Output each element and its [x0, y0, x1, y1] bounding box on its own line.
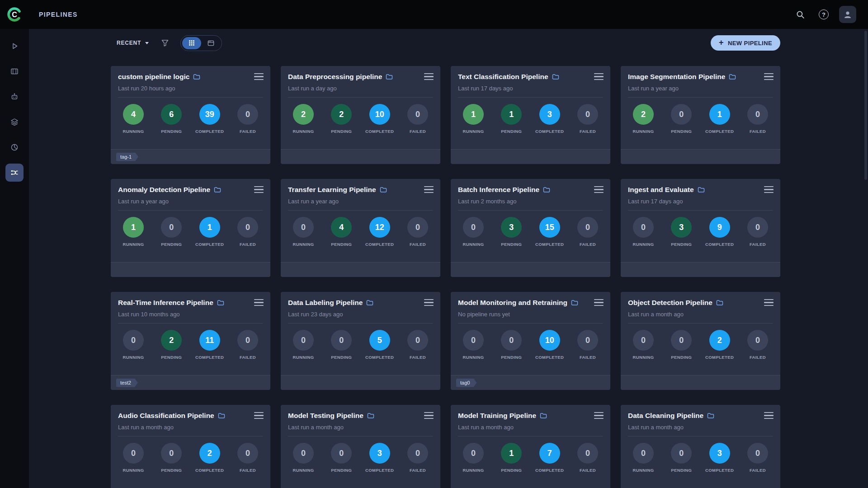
sidebar-item-projects[interactable]: [5, 37, 24, 55]
tag-pill[interactable]: test2: [116, 379, 138, 387]
stat-circle: 0: [577, 217, 598, 238]
card-menu-icon[interactable]: [764, 186, 774, 193]
stat-pending: 3 PENDING: [666, 217, 697, 247]
pipeline-card[interactable]: Data Cleaning Pipeline Last run a month …: [621, 405, 780, 488]
pipeline-card[interactable]: Data Preprocessing pipeline Last run a d…: [281, 66, 440, 164]
stat-circle: 0: [463, 330, 484, 351]
pipeline-last-run: Last run 2 months ago: [458, 198, 590, 205]
pipeline-card[interactable]: Object Detection Pipeline Last run a mon…: [621, 292, 780, 390]
stat-failed: 0 FAILED: [402, 217, 433, 247]
card-menu-icon[interactable]: [424, 412, 434, 419]
pipeline-card[interactable]: Model Training Pipeline Last run a month…: [451, 405, 610, 488]
pipeline-card[interactable]: Data Labeling Pipeline Last run 23 days …: [281, 292, 440, 390]
card-menu-icon[interactable]: [594, 299, 604, 306]
stat-label: FAILED: [240, 129, 256, 134]
card-header: Data Preprocessing pipeline Last run a d…: [288, 66, 433, 98]
stat-label: RUNNING: [292, 355, 314, 360]
pipeline-last-run: Last run a month ago: [458, 424, 590, 431]
sidebar-item-models[interactable]: [5, 113, 24, 131]
grid-view-icon: [188, 39, 195, 47]
pipeline-last-run: Last run 23 days ago: [288, 311, 420, 318]
card-menu-icon[interactable]: [764, 299, 774, 306]
new-pipeline-button[interactable]: + NEW PIPELINE: [711, 35, 780, 51]
scrollbar[interactable]: [864, 31, 867, 180]
stat-running: 4 RUNNING: [118, 104, 149, 134]
pipeline-card[interactable]: Audio Classification Pipeline Last run a…: [111, 405, 270, 488]
user-icon: [842, 9, 853, 20]
project-folder-icon: [386, 74, 393, 80]
card-menu-icon[interactable]: [424, 186, 434, 193]
stat-completed: 9 COMPLETED: [704, 217, 735, 247]
card-menu-icon[interactable]: [764, 73, 774, 80]
card-menu-icon[interactable]: [424, 299, 434, 306]
pipeline-card[interactable]: Batch Inference Pipeline Last run 2 mont…: [451, 179, 610, 277]
card-menu-icon[interactable]: [594, 73, 604, 80]
stat-circle: 12: [369, 217, 390, 238]
stat-circle: 0: [747, 217, 768, 238]
sidebar-item-pipelines[interactable]: [5, 164, 24, 182]
card-stats: 1 RUNNING 0 PENDING 1 COMPLETED 0 FAILED: [118, 217, 263, 247]
grid-view-button[interactable]: [182, 37, 201, 49]
datasets-icon: [10, 67, 19, 76]
card-menu-icon[interactable]: [424, 73, 434, 80]
stat-label: PENDING: [501, 129, 522, 134]
stat-label: COMPLETED: [365, 468, 394, 473]
card-menu-icon[interactable]: [594, 412, 604, 419]
stat-label: RUNNING: [123, 355, 144, 360]
stat-completed: 3 COMPLETED: [364, 443, 395, 473]
stat-circle: 0: [331, 443, 352, 464]
card-header: Model Monitoring and Retraining No pipel…: [458, 292, 603, 324]
pipeline-card[interactable]: Ingest and Evaluate Last run 17 days ago…: [621, 179, 780, 277]
stat-label: COMPLETED: [195, 355, 224, 360]
stat-circle: 0: [633, 217, 654, 238]
sort-dropdown[interactable]: RECENT: [111, 40, 151, 46]
pipeline-card[interactable]: Transfer Learning Pipeline Last run a ye…: [281, 179, 440, 277]
card-menu-icon[interactable]: [254, 299, 264, 306]
sidebar-item-workers[interactable]: [5, 88, 24, 106]
stat-circle: 0: [293, 217, 314, 238]
sidebar-item-datasets[interactable]: [5, 62, 24, 80]
pipeline-card[interactable]: Real-Time Inference Pipeline Last run 10…: [111, 292, 270, 390]
pipeline-card[interactable]: Text Classification Pipeline Last run 17…: [451, 66, 610, 164]
pipeline-card[interactable]: custom pipeline logic Last run 20 hours …: [111, 66, 270, 164]
tag-pill[interactable]: tag0: [456, 379, 476, 387]
table-view-button[interactable]: [201, 37, 220, 49]
profile-avatar[interactable]: [839, 6, 856, 23]
card-menu-icon[interactable]: [764, 412, 774, 419]
pipeline-title: Data Labeling Pipeline: [288, 299, 363, 307]
filter-button[interactable]: [160, 38, 170, 47]
search-button[interactable]: [792, 6, 808, 23]
sidebar-item-reports[interactable]: [5, 138, 24, 156]
stat-label: COMPLETED: [705, 468, 734, 473]
stat-circle: 0: [671, 104, 692, 125]
card-menu-icon[interactable]: [254, 73, 264, 80]
card-stats: 0 RUNNING 0 PENDING 3 COMPLETED 0 FAILED: [628, 443, 773, 473]
stat-circle: 0: [407, 330, 428, 351]
stat-completed: 39 COMPLETED: [194, 104, 225, 134]
pipeline-title: Text Classification Pipeline: [458, 73, 548, 81]
card-stats: 2 RUNNING 2 PENDING 10 COMPLETED 0 FAILE…: [288, 104, 433, 134]
stat-pending: 1 PENDING: [496, 104, 527, 134]
tag-pill[interactable]: tag-1: [116, 153, 138, 161]
pipeline-card[interactable]: Anomaly Detection Pipeline Last run a ye…: [111, 179, 270, 277]
stat-label: FAILED: [580, 242, 596, 247]
card-menu-icon[interactable]: [594, 186, 604, 193]
card-stats: 0 RUNNING 0 PENDING 2 COMPLETED 0 FAILED: [118, 443, 263, 473]
stat-pending: 2 PENDING: [326, 104, 357, 134]
stat-circle: 0: [237, 104, 258, 125]
stat-label: RUNNING: [462, 242, 484, 247]
pipeline-card[interactable]: Model Monitoring and Retraining No pipel…: [451, 292, 610, 390]
help-button[interactable]: ?: [816, 6, 832, 23]
stat-label: COMPLETED: [365, 242, 394, 247]
card-menu-icon[interactable]: [254, 186, 264, 193]
stat-circle: 3: [709, 443, 730, 464]
stat-label: RUNNING: [462, 468, 484, 473]
stat-circle: 0: [407, 217, 428, 238]
workers-icon: [10, 92, 19, 101]
pipeline-card[interactable]: Image Segmentation Pipeline Last run a y…: [621, 66, 780, 164]
project-folder-icon: [217, 300, 224, 306]
card-menu-icon[interactable]: [254, 412, 264, 419]
app-logo[interactable]: C: [0, 0, 29, 29]
stat-completed: 11 COMPLETED: [194, 330, 225, 360]
pipeline-card[interactable]: Model Testing Pipeline Last run a month …: [281, 405, 440, 488]
